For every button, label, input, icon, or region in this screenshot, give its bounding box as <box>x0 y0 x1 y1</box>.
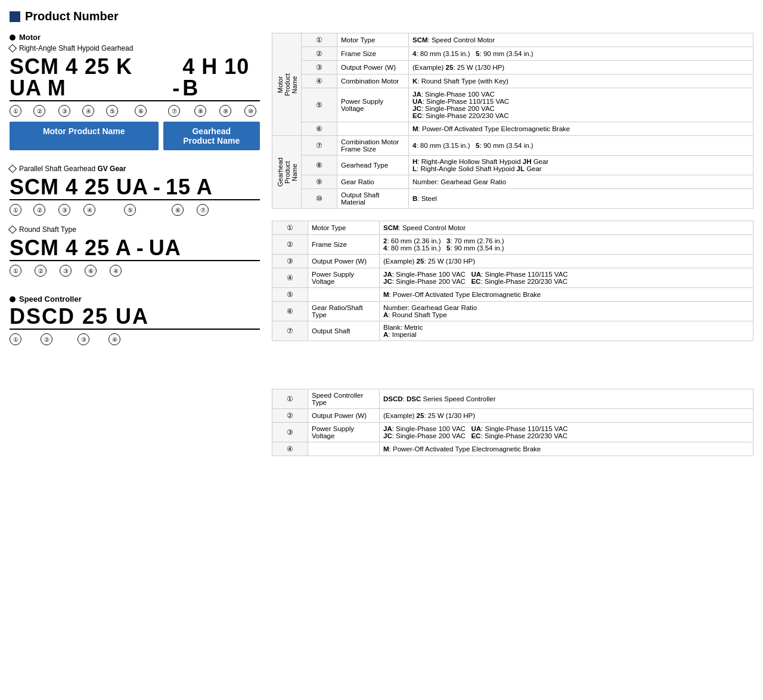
table-row: ③ Output Power (W) (Example) 25: 25 W (1… <box>272 61 753 75</box>
circles-row-2: ① ② ③ ④ ⑤ ⑥ ⑦ <box>10 204 260 216</box>
left-panel: Motor Right-Angle Shaft Hypoid Gearhead … <box>10 33 260 468</box>
right-panel: MotorProductName ① Motor Type SCM: Speed… <box>272 33 753 468</box>
right-angle-code: SCM 4 25 K UA M - 4 H 10 B ① ② ③ ④ ⑤ ⑥ ⑦ <box>10 56 260 117</box>
diamond-heading-3: Round Shaft Type <box>10 225 260 234</box>
right-angle-subsection: Right-Angle Shaft Hypoid Gearhead SCM 4 … <box>10 44 260 150</box>
table-row: ③ Power Supply Voltage JA: Single-Phase … <box>272 423 753 442</box>
title-icon <box>10 11 20 22</box>
motor-label: Motor <box>10 33 260 42</box>
group-motor: MotorProductName <box>272 33 302 136</box>
code-parallel-rest: 15 A <box>166 176 213 198</box>
code-underline-1 <box>10 100 260 101</box>
motor-section: Motor Right-Angle Shaft Hypoid Gearhead … <box>10 33 260 277</box>
table-row: ⑨ Gear Ratio Number: Gearhead Gear Ratio <box>272 175 753 189</box>
code-underline-2 <box>10 199 260 200</box>
speed-controller-label: Speed Controller <box>10 295 260 303</box>
speed-ctrl-table: ① Speed ControllerType DSCD: DSC Series … <box>272 389 753 456</box>
table-row: ⑤ M: Power-Off Activated Type Electromag… <box>272 288 753 302</box>
table-row: ① Motor Type SCM: Speed Control Motor <box>272 221 753 235</box>
code-round: SCM 4 25 A <box>10 237 132 259</box>
round-shaft-code: SCM 4 25 A - UA ① ② ③ ⑥ ④ <box>10 237 260 277</box>
round-shaft-subsection: Round Shaft Type SCM 4 25 A - UA ① ② ③ ⑥… <box>10 225 260 277</box>
table-row: GearheadProductName ⑦ Combination MotorF… <box>272 136 753 156</box>
code-round-rest: UA <box>149 237 181 259</box>
table-row: ② Frame Size 2: 60 mm (2.36 in.) 3: 70 m… <box>272 235 753 255</box>
table-row: ② Frame Size 4: 80 mm (3.15 in.) 5: 90 m… <box>272 47 753 61</box>
speed-controller-section: Speed Controller DSCD 25 UA ① ② ③ ④ <box>10 295 260 345</box>
group-gearhead: GearheadProductName <box>272 136 302 209</box>
motor-product-name-box: Motor Product Name <box>10 122 159 150</box>
code-parallel: SCM 4 25 UA <box>10 176 148 198</box>
diamond-icon-3 <box>8 225 17 234</box>
code-underline-3 <box>10 260 260 261</box>
name-boxes-1: Motor Product Name GearheadProduct Name <box>10 122 260 150</box>
gearhead-product-name-box: GearheadProduct Name <box>163 122 260 150</box>
table-row: MotorProductName ① Motor Type SCM: Speed… <box>272 33 753 47</box>
code-scm: SCM 4 25 K UA M <box>10 56 170 99</box>
bullet-icon-2 <box>10 296 15 302</box>
page-title: Product Number <box>10 10 753 23</box>
diamond-heading-1: Right-Angle Shaft Hypoid Gearhead <box>10 44 260 52</box>
table-row: ⑥ Gear Ratio/ShaftType Number: Gearhead … <box>272 302 753 321</box>
table-row: ⑧ Gearhead Type H: Right-Angle Hollow Sh… <box>272 156 753 175</box>
parallel-shaft-subsection: Parallel Shaft Gearhead GV Gear SCM 4 25… <box>10 165 260 216</box>
table-row: ④ Combination Motor K: Round Shaft Type … <box>272 75 753 88</box>
diamond-icon-2 <box>8 165 17 173</box>
table-row: ③ Output Power (W) (Example) 25: 25 W (1… <box>272 255 753 268</box>
table-row: ① Speed ControllerType DSCD: DSC Series … <box>272 389 753 409</box>
table-row: ⑤ Power Supply Voltage JA: Single-Phase … <box>272 88 753 122</box>
code-dash: - <box>172 78 180 99</box>
table-row: ⑦ Output Shaft Blank: Metric A: Imperial <box>272 321 753 341</box>
circles-row-3: ① ② ③ ⑥ ④ <box>10 265 260 277</box>
code-rest: 4 H 10 B <box>182 56 260 99</box>
circles-row-4: ① ② ③ ④ <box>10 333 260 345</box>
circles-row-1: ① ② ③ ④ ⑤ ⑥ ⑦ ⑧ ⑨ ⑩ <box>10 105 260 117</box>
table-row: ⑥ M: Power-Off Activated Type Electromag… <box>272 122 753 136</box>
code-dscd: DSCD 25 UA <box>10 304 149 329</box>
table-row: ② Output Power (W) (Example) 25: 25 W (1… <box>272 409 753 423</box>
parallel-code: SCM 4 25 UA - 15 A ① ② ③ ④ ⑤ ⑥ ⑦ <box>10 176 260 216</box>
right-angle-table: MotorProductName ① Motor Type SCM: Speed… <box>272 33 753 209</box>
parallel-table: ① Motor Type SCM: Speed Control Motor ② … <box>272 221 753 341</box>
table-row: ④ Power Supply Voltage JA: Single-Phase … <box>272 268 753 288</box>
diamond-icon-1 <box>8 44 17 52</box>
table-row: ④ M: Power-Off Activated Type Electromag… <box>272 442 753 456</box>
speed-ctrl-code: DSCD 25 UA ① ② ③ ④ <box>10 306 260 345</box>
code-underline-4 <box>10 329 260 330</box>
diamond-heading-2: Parallel Shaft Gearhead GV Gear <box>10 165 260 173</box>
bullet-icon <box>10 35 15 41</box>
table-row: ⑩ Output Shaft Material B: Steel <box>272 189 753 209</box>
